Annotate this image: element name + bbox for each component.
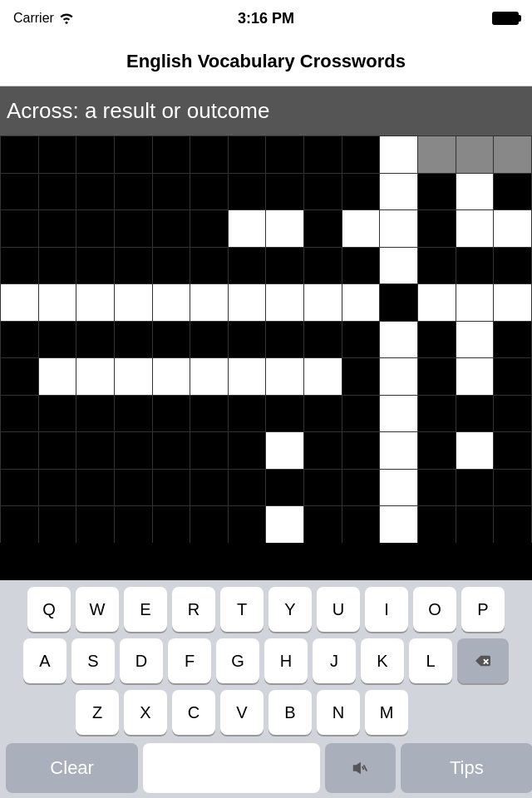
key-G[interactable]: G [216, 638, 259, 683]
grid-cell-1-13[interactable] [494, 173, 532, 210]
grid-cell-0-1[interactable] [38, 136, 76, 174]
grid-cell-8-1[interactable] [38, 432, 76, 470]
grid-cell-9-4[interactable] [152, 469, 190, 506]
grid-cell-9-3[interactable] [114, 469, 152, 506]
grid-cell-10-0[interactable] [1, 506, 39, 543]
grid-cell-10-10[interactable] [380, 506, 418, 543]
grid-cell-6-2[interactable] [76, 358, 115, 396]
grid-cell-3-3[interactable] [114, 247, 152, 284]
grid-cell-10-11[interactable] [418, 506, 456, 543]
grid-cell-10-13[interactable] [494, 506, 532, 543]
grid-cell-4-13[interactable] [494, 284, 532, 322]
grid-cell-5-10[interactable] [380, 321, 418, 358]
grid-cell-10-12[interactable] [456, 506, 494, 543]
grid-cell-6-5[interactable] [190, 358, 229, 396]
key-A[interactable]: A [23, 638, 66, 683]
sound-button[interactable] [325, 743, 396, 793]
key-L[interactable]: L [409, 638, 452, 683]
key-H[interactable]: H [264, 638, 308, 683]
grid-cell-1-9[interactable] [342, 173, 380, 210]
grid-cell-7-7[interactable] [266, 395, 304, 432]
key-U[interactable]: U [317, 587, 360, 632]
grid-cell-1-2[interactable] [76, 173, 115, 210]
grid-cell-7-12[interactable] [456, 395, 494, 432]
grid-cell-2-13[interactable] [494, 210, 532, 248]
grid-cell-5-5[interactable] [190, 321, 229, 358]
grid-cell-4-0[interactable] [1, 284, 39, 322]
grid-cell-8-2[interactable] [76, 432, 115, 470]
grid-cell-8-4[interactable] [152, 432, 190, 470]
grid-cell-4-10[interactable] [380, 284, 418, 322]
grid-cell-3-13[interactable] [494, 247, 532, 284]
grid-cell-7-9[interactable] [342, 395, 380, 432]
grid-cell-5-9[interactable] [342, 321, 380, 358]
grid-cell-8-12[interactable] [456, 432, 494, 470]
grid-cell-2-10[interactable] [380, 210, 418, 248]
grid-cell-0-8[interactable] [304, 136, 342, 174]
grid-cell-7-3[interactable] [114, 395, 152, 432]
grid-cell-9-13[interactable] [494, 469, 532, 506]
key-P[interactable]: P [461, 587, 505, 632]
grid-cell-5-12[interactable] [456, 321, 494, 358]
grid-cell-6-4[interactable] [152, 358, 190, 396]
grid-cell-6-1[interactable] [38, 358, 76, 396]
grid-cell-5-8[interactable] [304, 321, 342, 358]
key-Y[interactable]: Y [268, 587, 312, 632]
grid-cell-5-3[interactable] [114, 321, 152, 358]
grid-cell-9-6[interactable] [228, 469, 266, 506]
key-R[interactable]: R [172, 587, 215, 632]
grid-cell-10-7[interactable] [266, 506, 304, 543]
grid-cell-7-13[interactable] [494, 395, 532, 432]
grid-cell-2-12[interactable] [456, 210, 494, 248]
grid-cell-0-3[interactable] [114, 136, 152, 174]
key-K[interactable]: K [361, 638, 404, 683]
grid-cell-0-7[interactable] [266, 136, 304, 174]
grid-cell-6-7[interactable] [266, 358, 304, 396]
tips-button[interactable]: Tips [401, 743, 532, 793]
grid-cell-1-11[interactable] [418, 173, 456, 210]
grid-cell-9-7[interactable] [266, 469, 304, 506]
grid-cell-4-9[interactable] [342, 284, 380, 322]
grid-cell-2-0[interactable] [1, 210, 39, 248]
grid-cell-9-5[interactable] [190, 469, 229, 506]
grid-cell-7-11[interactable] [418, 395, 456, 432]
grid-cell-7-10[interactable] [380, 395, 418, 432]
grid-cell-3-10[interactable] [380, 247, 418, 284]
grid-cell-6-13[interactable] [494, 358, 532, 396]
grid-cell-8-6[interactable] [228, 432, 266, 470]
grid-cell-0-9[interactable] [342, 136, 380, 174]
grid-cell-5-0[interactable] [1, 321, 39, 358]
key-V[interactable]: V [220, 690, 264, 735]
grid-cell-8-5[interactable] [190, 432, 229, 470]
grid-cell-0-13[interactable] [494, 136, 532, 174]
grid-cell-4-12[interactable] [456, 284, 494, 322]
grid-cell-8-13[interactable] [494, 432, 532, 470]
grid-cell-2-9[interactable] [342, 210, 380, 248]
grid-cell-1-3[interactable] [114, 173, 152, 210]
grid-cell-5-6[interactable] [228, 321, 266, 358]
grid-cell-4-2[interactable] [76, 284, 115, 322]
key-backspace[interactable] [457, 638, 509, 683]
grid-cell-7-1[interactable] [38, 395, 76, 432]
clear-button[interactable]: Clear [6, 743, 138, 793]
key-D[interactable]: D [120, 638, 163, 683]
key-T[interactable]: T [220, 587, 264, 632]
key-F[interactable]: F [168, 638, 211, 683]
grid-cell-2-2[interactable] [76, 210, 115, 248]
key-Z[interactable]: Z [76, 690, 119, 735]
grid-cell-8-7[interactable] [266, 432, 304, 470]
grid-cell-3-6[interactable] [228, 247, 266, 284]
grid-cell-0-6[interactable] [228, 136, 266, 174]
grid-cell-9-2[interactable] [76, 469, 115, 506]
grid-cell-8-3[interactable] [114, 432, 152, 470]
key-M[interactable]: M [365, 690, 408, 735]
grid-cell-3-5[interactable] [190, 247, 229, 284]
grid-cell-3-0[interactable] [1, 247, 39, 284]
grid-cell-1-8[interactable] [304, 173, 342, 210]
grid-cell-5-7[interactable] [266, 321, 304, 358]
grid-cell-0-12[interactable] [456, 136, 494, 174]
grid-cell-8-11[interactable] [418, 432, 456, 470]
grid-cell-5-1[interactable] [38, 321, 76, 358]
grid-cell-2-6[interactable] [228, 210, 266, 248]
grid-cell-3-2[interactable] [76, 247, 115, 284]
